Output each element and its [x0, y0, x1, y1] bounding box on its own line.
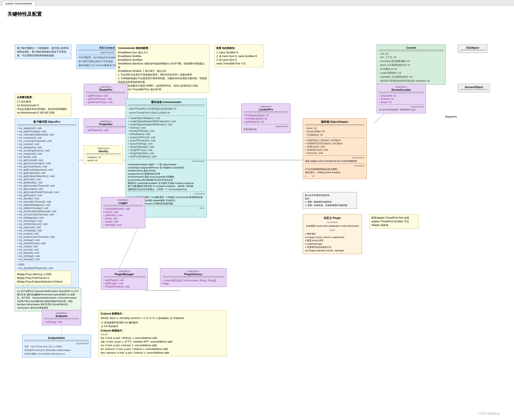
watermark: CSDN @跑跑vip [478, 412, 500, 416]
thread-config-note: Communicator 线程池配置： threadName.Size: 默认大… [116, 45, 209, 93]
proxy-config-note: MyApp.Proxy=ident:tcp -p 5000 MyApp.Prox… [15, 271, 71, 285]
adapter-notes: 默认以共享通信的线程池除非：1. 需要一般的线程池相同步2. 需要一条线程池，在… [303, 192, 357, 209]
dispatches-label: dispatches [443, 113, 463, 120]
router-prx-box: «interface» RouterPrx + addProxies(): vo… [84, 84, 128, 105]
pool-config-note: 配置adapter.ThreadPool.Size 或者adapter.Thre… [369, 214, 418, 229]
retry-note: 全局重试配置： //-1 表示禁用 Ice.RetryIntervals=0 /… [15, 94, 71, 116]
tab-bar: custom Communicator [0, 0, 514, 6]
ice-object-box: ICEObject [458, 45, 487, 53]
plugin-factory-box: «interface» PluginFactory + create(通讯信道 … [160, 268, 226, 287]
properties-box: «interface» Properties + getProperty(): … [84, 118, 128, 134]
locator-prx-box: «interface» LocatorPrx + findAdapterById… [241, 104, 290, 133]
object-adapter-box: 服务端 ObjectAdapter - name: int - servants… [303, 118, 367, 179]
diagram-area: 客户端代理建立一个新连接时，该代理上的所有调用会排队，客户端代理在默认情况下共享… [7, 25, 505, 418]
requirements-client-note: Ice 也不会重试从 RequestFailedException 派生的异常 … [15, 288, 81, 311]
plugin-manager-box: «interface» PluginManager + addPlugin():… [101, 268, 148, 290]
client-proxy-box: 客户端代理 ObjectPrx + ice_adapterId(): void … [15, 118, 79, 287]
client-note: 客户端代理建立一个新连接时，该代理上的所有调用会排队，客户端代理在默认情况下共享… [15, 45, 71, 59]
page-title: 关键特性及配置 [7, 11, 507, 17]
servant-object-box: ServantObject [458, 84, 490, 92]
active-tab[interactable]: custom Communicator [2, 1, 35, 6]
endpoint-format-note: Endpoint 配置格式： identity -facet -e -encod… [98, 310, 226, 356]
current-box: Current - con: int - ctx: 上下文: int - enc… [377, 45, 446, 85]
endpoint-info-box: EndpointInfo requirements 支持：tcp-h frost… [22, 335, 91, 358]
dynamic-pool-note: 配置 动态线程池： 1. name.SizeMax=5 2. 或 name.Si… [214, 45, 263, 67]
servant-locator-box: «interface» ServantLocator + deactivate:… [377, 84, 426, 113]
logger-box: «interface» Logger + cloneWithPrefix(): … [101, 197, 145, 228]
identity-box: «dataType» Identity - category: int - na… [84, 145, 123, 164]
endpoint-box: «interface» Endpoint + toString(): void [42, 310, 81, 325]
custom-plugin-box: 自定义 Plugin constraints 生命周期 Construction… [303, 214, 362, 254]
